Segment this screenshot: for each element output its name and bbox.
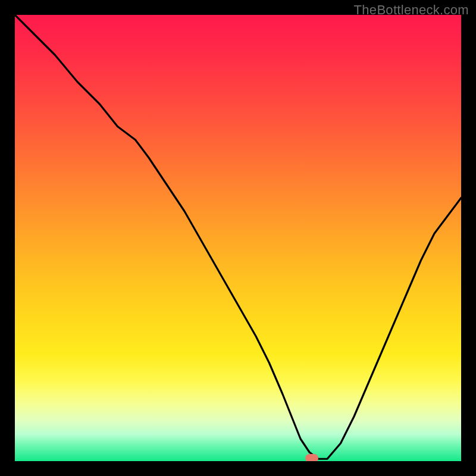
watermark: TheBottleneck.com (354, 2, 469, 18)
optimal-point-marker (305, 454, 318, 461)
bottleneck-chart: TheBottleneck.com (0, 0, 476, 476)
plot-area (15, 15, 461, 461)
bottleneck-curve (15, 15, 461, 461)
